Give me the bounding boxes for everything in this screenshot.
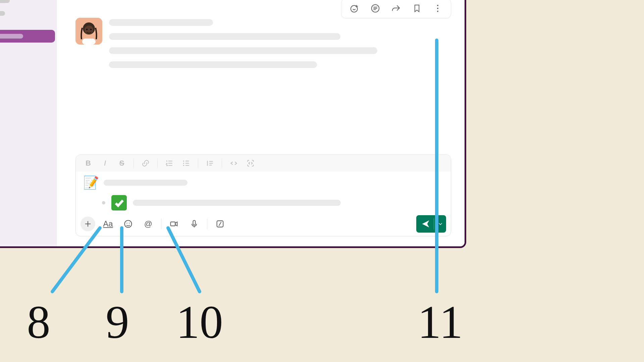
- formatting-toolbar: B I S: [76, 155, 451, 172]
- svg-point-15: [126, 223, 127, 224]
- svg-point-14: [125, 221, 132, 228]
- add-reaction-icon[interactable]: [349, 3, 360, 14]
- link-button[interactable]: [141, 158, 151, 168]
- blockquote-button[interactable]: [205, 158, 215, 168]
- bold-button[interactable]: B: [83, 158, 93, 168]
- svg-point-3: [437, 8, 438, 9]
- channel-sidebar: 1: [0, 0, 57, 246]
- svg-point-16: [129, 223, 129, 224]
- send-button[interactable]: [416, 215, 446, 233]
- draft-text-placeholder: [133, 200, 341, 206]
- sidebar-item[interactable]: [0, 0, 57, 7]
- draft-text-placeholder: [104, 180, 187, 186]
- svg-point-9: [90, 29, 92, 30]
- record-audio-button[interactable]: [187, 217, 202, 231]
- sidebar-item-active[interactable]: [0, 30, 55, 43]
- svg-point-4: [437, 11, 438, 12]
- attach-button[interactable]: [80, 217, 95, 231]
- svg-point-8: [86, 29, 88, 30]
- svg-point-11: [183, 161, 184, 162]
- record-video-button[interactable]: [167, 217, 181, 231]
- channel-main: B I S: [57, 0, 465, 246]
- emoji-picker-button[interactable]: [121, 217, 136, 231]
- svg-rect-17: [171, 222, 175, 226]
- more-actions-icon[interactable]: [432, 3, 443, 14]
- sidebar-item[interactable]: [0, 7, 57, 20]
- strike-button[interactable]: S: [117, 158, 127, 168]
- svg-rect-18: [193, 221, 196, 225]
- memo-emoji-icon: 📝: [83, 176, 99, 189]
- annotation-number: 10: [176, 295, 223, 349]
- svg-rect-10: [82, 39, 96, 45]
- composer-textarea[interactable]: 📝: [76, 172, 451, 213]
- check-emoji-icon: [111, 195, 127, 210]
- message-hover-actions: [341, 0, 451, 18]
- composer-bottom-toolbar: Aa @: [76, 213, 451, 236]
- message-composer: B I S: [75, 155, 451, 236]
- italic-button[interactable]: I: [100, 158, 110, 168]
- share-message-icon[interactable]: [390, 3, 402, 14]
- bookmark-icon[interactable]: [411, 3, 423, 14]
- annotation-number: 11: [418, 295, 463, 349]
- svg-point-2: [437, 5, 438, 6]
- svg-point-12: [183, 163, 184, 164]
- annotation-number: 9: [106, 295, 129, 349]
- bullet-list-button[interactable]: [181, 158, 191, 168]
- send-options-caret-icon[interactable]: [437, 221, 443, 227]
- mention-button[interactable]: @: [141, 217, 156, 231]
- svg-point-13: [183, 165, 184, 166]
- ordered-list-button[interactable]: [164, 158, 174, 168]
- annotation-number: 8: [27, 295, 50, 349]
- inline-code-button[interactable]: [229, 158, 239, 168]
- shortcuts-button[interactable]: [213, 217, 227, 231]
- message: [75, 18, 451, 75]
- avatar: [75, 18, 102, 45]
- bullet-dot-icon: [102, 201, 105, 204]
- thread-reply-icon[interactable]: [370, 3, 381, 14]
- slack-window: 1: [0, 0, 466, 248]
- toggle-formatting-button[interactable]: Aa: [101, 217, 115, 231]
- code-block-button[interactable]: [246, 158, 256, 168]
